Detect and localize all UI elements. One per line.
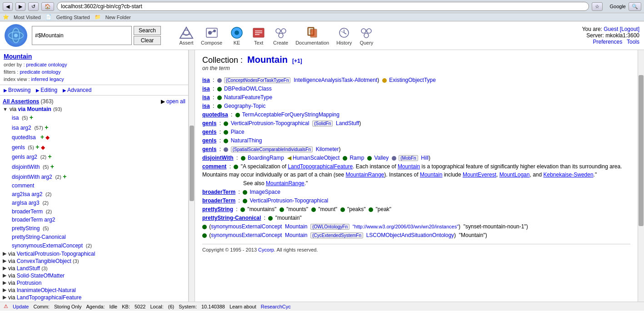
prop-genls-link-1[interactable]: genls [202, 120, 216, 126]
via-convex-link[interactable]: ConvexTangibleObject [17, 258, 71, 264]
preferences-link[interactable]: Preferences [593, 39, 622, 45]
open-all-link[interactable]: open all [166, 98, 185, 105]
prop-isa-link-1[interactable]: isa [202, 77, 210, 83]
naturalthing-link[interactable]: NaturalThing [231, 137, 262, 144]
tools-link[interactable]: Tools [627, 39, 639, 45]
broaderterm-link[interactable]: broaderTerm [12, 208, 43, 215]
genls-add-btn[interactable]: + [35, 143, 39, 151]
existing-obj-link[interactable]: ExistingObjectType [389, 77, 436, 83]
place-link[interactable]: Place [231, 129, 245, 135]
create-icon[interactable]: Create [273, 25, 288, 45]
synonymous-external-link[interactable]: synonymousExternalConcept [12, 242, 83, 249]
bookmark-getting-started[interactable]: Getting Started [56, 15, 90, 20]
via-land-topo-expand[interactable]: ▶ [3, 294, 6, 300]
via-mountain-expand[interactable]: ▼ [3, 106, 8, 112]
prop-broaderterm-link-2[interactable]: broaderTerm [202, 197, 235, 204]
user-link[interactable]: Guest [604, 26, 618, 32]
prettystring-canonical-link[interactable]: prettyString-Canonical [12, 234, 66, 240]
via-solid-expand[interactable]: ▶ [3, 272, 6, 278]
url-bar[interactable] [57, 2, 589, 11]
index-legacy-link[interactable]: legacy [50, 76, 64, 82]
via-inanimate-link[interactable]: InanimateObject-Natural [17, 287, 76, 293]
google-search-btn[interactable]: 🔍 [629, 2, 641, 11]
prettystring-link[interactable]: prettyString [12, 225, 40, 232]
bookmark-most-visited[interactable]: Most Visited [14, 15, 41, 20]
mountainrange-link[interactable]: MountainRange [346, 172, 384, 178]
isa-add-btn[interactable]: + [30, 114, 33, 121]
via-mountain-link[interactable]: via Mountain [18, 106, 51, 112]
owl-ontology-fn-link[interactable]: (OWLOntologyFn [310, 224, 349, 230]
ramp-link[interactable]: Ramp [349, 155, 364, 161]
assert-icon[interactable]: Assert [179, 25, 194, 45]
see-also-mountainrange-link[interactable]: MountainRange [266, 180, 305, 187]
order-predicate-link[interactable]: predicate [26, 62, 47, 67]
mountain-ref-link[interactable]: Mountain [398, 163, 420, 170]
boardingramp-link[interactable]: BoardingRamp [248, 155, 284, 161]
filter-predicate-link[interactable]: predicate [20, 69, 40, 75]
argisa-arg3-link[interactable]: argIsa arg3 [12, 200, 40, 206]
comment-link[interactable]: comment [12, 182, 34, 189]
compose-icon[interactable]: Compose [201, 25, 222, 45]
cycorp-link[interactable]: Cycorp [258, 247, 274, 252]
kilometer-link[interactable]: Kilometer [316, 146, 339, 152]
fn-tag-1[interactable]: (ConceptNodesForTaskTypeFn [224, 77, 290, 83]
naturalfeature-link[interactable]: NaturalFeatureType [224, 94, 272, 101]
isa-arg2-link[interactable]: isa arg2 [12, 125, 31, 131]
dbpedia-link[interactable]: DBPediaOWLClass [224, 86, 272, 92]
humanscale-link[interactable]: HumanScaleObject [293, 155, 339, 161]
mountain-title[interactable]: Mountain [4, 53, 32, 60]
history-icon[interactable]: History [336, 25, 352, 45]
cyc-ext-fn-link[interactable]: (CycExtendedSystemFn [310, 232, 363, 238]
disjointwith-arg2-add-btn[interactable]: + [63, 173, 66, 180]
prop-quotedisa-link[interactable]: quotedIsa [202, 111, 228, 118]
wn20-link[interactable]: "http://www.w3.org/2006/03/wn/wn20/insta… [353, 224, 459, 229]
quotedisa-link[interactable]: quotedIsa [12, 134, 36, 141]
genls-arg2-add-btn[interactable]: + [48, 153, 52, 160]
home-button[interactable]: 🏠 [41, 2, 54, 11]
filter-ontology-link[interactable]: ontology [42, 69, 61, 75]
mounteverest-link[interactable]: MountEverest [463, 172, 496, 178]
via-landstuff-link[interactable]: LandStuff [17, 265, 40, 272]
logout-link[interactable]: [Logout] [620, 26, 639, 32]
right-scrollbar[interactable] [638, 50, 644, 302]
prop-isa-link-2[interactable]: isa [202, 86, 210, 92]
via-vert-prot-link[interactable]: VerticalProtrusion-Topographical [17, 251, 95, 257]
via-landstuff-expand[interactable]: ▶ [3, 265, 6, 271]
mountlogan-link[interactable]: MountLogan [499, 172, 530, 178]
tab-browsing[interactable]: ▶ Browsing [4, 87, 30, 93]
query-icon[interactable]: Query [359, 25, 374, 45]
term-acceptable-link[interactable]: TermAcceptableForQueryStringMapping [242, 111, 339, 118]
disjointwith-arg2-link[interactable]: disjointWith arg2 [12, 174, 52, 180]
right-scroll-thumb[interactable] [639, 75, 644, 226]
via-vert-prot-expand[interactable]: ▶ [3, 251, 6, 257]
valley-link[interactable]: Valley [374, 155, 389, 161]
left-scrollbar[interactable] [189, 50, 195, 302]
tab-editing[interactable]: ▶ Editing [36, 87, 57, 93]
fn-tag-mob[interactable]: (MobFn [399, 155, 418, 161]
via-convex-expand[interactable]: ▶ [3, 258, 6, 264]
syn-ext-concept-link-1[interactable]: synonymousExternalConcept [211, 223, 282, 230]
kebnekaise-link[interactable]: Kebnekaise-Sweden [544, 172, 594, 178]
prop-prettystring-canonical-link[interactable]: prettyString-Canonical [202, 215, 261, 221]
vert-prot-broader-link[interactable]: VerticalProtrusion-Topographical [250, 197, 329, 204]
star-button[interactable]: ☆ [592, 2, 603, 11]
landtopo-link[interactable]: LandTopographicalFeature [288, 163, 353, 170]
search-input[interactable] [32, 26, 132, 45]
ke-icon[interactable]: KE [230, 25, 244, 45]
prop-disjoint-link[interactable]: disjointWith [202, 155, 234, 161]
documentation-icon[interactable]: Documentation [295, 25, 329, 45]
via-solid-link[interactable]: Solid-StateOfMatter [17, 272, 65, 279]
prop-genls-link-3[interactable]: genls [202, 137, 216, 144]
prop-isa-link-3[interactable]: isa [202, 94, 210, 101]
prop-genls-link-2[interactable]: genls [202, 129, 216, 135]
prop-genls-link-4[interactable]: genls [202, 146, 216, 152]
plus-one-link[interactable]: [+1] [292, 58, 302, 64]
arg2isa-arg2-link[interactable]: arg2Isa arg2 [12, 191, 42, 197]
bookmark-new-folder[interactable]: New Folder [105, 15, 131, 20]
research-cyc-link[interactable]: ResearchCyc [261, 304, 291, 309]
mountain-syn-link-2[interactable]: Mountain [285, 232, 307, 238]
via-protrusion-link[interactable]: Protrusion [17, 280, 42, 286]
syn-ext-concept-link-2[interactable]: synonymousExternalConcept [211, 232, 282, 238]
mountain-ref2-link[interactable]: Mountain [420, 172, 442, 178]
genls-link[interactable]: genls [12, 144, 25, 151]
